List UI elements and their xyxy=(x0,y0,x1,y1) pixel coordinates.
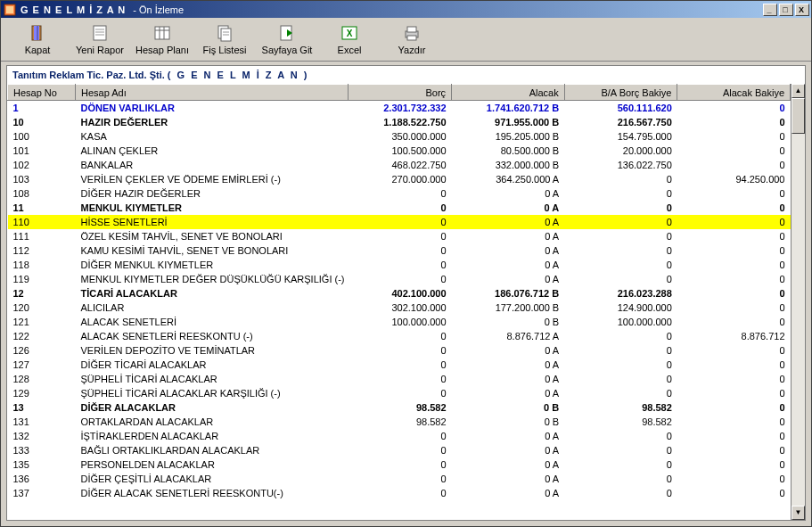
cell-alacak: 0 B xyxy=(452,415,565,429)
scroll-thumb[interactable] xyxy=(791,98,805,134)
cell-alacak: 0 A xyxy=(452,243,565,258)
cell-hesap-adi: DİĞER TİCARİ ALACAKLAR xyxy=(75,358,348,372)
col-alacak-bakiye[interactable]: Alacak Bakiye xyxy=(677,85,791,101)
vertical-scrollbar[interactable]: ▲ ▼ xyxy=(791,84,805,520)
cell-bakiye: 100.000.000 xyxy=(564,315,677,329)
cell-hesap-no: 13 xyxy=(8,400,76,415)
table-row[interactable]: 110HİSSE SENETLERİ00 A00 xyxy=(8,215,791,229)
table-row[interactable]: 111ÖZEL KESİM TAHVİL, SENET VE BONOLARI0… xyxy=(8,229,791,243)
kapat-button[interactable]: Kapat xyxy=(6,21,69,57)
fis-listesi-button[interactable]: Fiş Listesi xyxy=(193,21,256,57)
table-row[interactable]: 1DÖNEN VARLIKLAR2.301.732.3321.741.620.7… xyxy=(8,101,791,115)
cell-bakiye: 0 xyxy=(564,186,677,201)
table-row[interactable]: 119MENKUL KIYMETLER DEĞER DÜŞÜKLÜĞÜ KARŞ… xyxy=(8,272,791,286)
cell-hesap-adi: ALACAK SENETLERİ xyxy=(75,315,348,329)
col-hesap-no[interactable]: Hesap No xyxy=(8,85,76,101)
cell-alacak: 0 A xyxy=(452,272,565,286)
cell-alacak-bakiye: 0 xyxy=(677,101,791,115)
cell-hesap-no: 110 xyxy=(8,215,76,229)
cell-alacak-bakiye: 0 xyxy=(677,358,791,372)
cell-hesap-adi: MENKUL KIYMETLER xyxy=(75,201,348,215)
table-row[interactable]: 122ALACAK SENETLERİ REESKONTU (-)08.876.… xyxy=(8,329,791,343)
cell-alacak: 0 A xyxy=(452,386,565,400)
table-row[interactable]: 103VERİLEN ÇEKLER VE ÖDEME EMİRLERİ (-)2… xyxy=(8,172,791,186)
kapat-label: Kapat xyxy=(25,45,51,55)
scroll-track[interactable] xyxy=(791,98,805,506)
cell-borc: 0 xyxy=(349,243,452,258)
col-hesap-adi[interactable]: Hesap Adı xyxy=(75,85,348,101)
hesap-plani-button[interactable]: Hesap Planı xyxy=(131,21,193,57)
cell-bakiye: 0 xyxy=(564,472,677,486)
cell-hesap-adi: BAĞLI ORTAKLIKLARDAN ALACAKLAR xyxy=(75,443,348,457)
sayfaya-git-button[interactable]: Sayfaya Git xyxy=(256,21,318,57)
table-row[interactable]: 12TİCARİ ALACAKLAR402.100.000186.076.712… xyxy=(8,286,791,301)
cell-alacak-bakiye: 0 xyxy=(677,372,791,386)
table-row[interactable]: 120ALICILAR302.100.000177.200.000 B124.9… xyxy=(8,301,791,315)
table-row[interactable]: 136DİĞER ÇEŞİTLİ ALACAKLAR00 A00 xyxy=(8,472,791,486)
cell-alacak-bakiye: 0 xyxy=(677,258,791,272)
cell-hesap-adi: ORTAKLARDAN ALACAKLAR xyxy=(75,415,348,429)
table-row[interactable]: 137DİĞER ALACAK SENETLERİ REESKONTU(-)00… xyxy=(8,486,791,500)
table-row[interactable]: 102BANKALAR468.022.750332.000.000 B136.0… xyxy=(8,158,791,172)
col-alacak[interactable]: Alacak xyxy=(452,85,565,101)
col-ba-borc-bakiye[interactable]: B/A Borç Bakiye xyxy=(564,85,677,101)
cell-borc: 0 xyxy=(349,372,452,386)
table-row[interactable]: 128ŞÜPHELİ TİCARİ ALACAKLAR00 A00 xyxy=(8,372,791,386)
table-row[interactable]: 108DİĞER HAZIR DEĞERLER00 A00 xyxy=(8,186,791,201)
cell-borc: 302.100.000 xyxy=(349,301,452,315)
table-row[interactable]: 121ALACAK SENETLERİ100.000.0000 B100.000… xyxy=(8,315,791,329)
cell-hesap-no: 103 xyxy=(8,172,76,186)
table-row[interactable]: 133BAĞLI ORTAKLIKLARDAN ALACAKLAR00 A00 xyxy=(8,443,791,457)
table-row[interactable]: 100KASA350.000.000195.205.000 B154.795.0… xyxy=(8,129,791,144)
table-row[interactable]: 13DİĞER ALACAKLAR98.5820 B98.5820 xyxy=(8,400,791,415)
cell-alacak: 0 A xyxy=(452,443,565,457)
table-row[interactable]: 10HAZIR DEĞERLER1.188.522.750971.955.000… xyxy=(8,115,791,129)
table-row[interactable]: 129ŞÜPHELİ TİCARİ ALACAKLAR KARŞILIĞI (-… xyxy=(8,386,791,400)
table-row[interactable]: 11MENKUL KIYMETLER00 A00 xyxy=(8,201,791,215)
cell-alacak-bakiye: 0 xyxy=(677,286,791,301)
table-row[interactable]: 135PERSONELDEN ALACAKLAR00 A00 xyxy=(8,457,791,472)
cell-hesap-no: 112 xyxy=(8,243,76,258)
yeni-rapor-button[interactable]: Yeni Rapor xyxy=(69,21,131,57)
window: G E N E L M İ Z A N - Ön İzleme _ □ X Ka… xyxy=(0,0,812,527)
cell-alacak: 195.205.000 B xyxy=(452,129,565,144)
table-row[interactable]: 118DİĞER MENKUL KIYMETLER00 A00 xyxy=(8,258,791,272)
cell-bakiye: 0 xyxy=(564,429,677,443)
yazdir-button[interactable]: Yazdır xyxy=(381,21,443,57)
cell-bakiye: 154.795.000 xyxy=(564,129,677,144)
svg-rect-22 xyxy=(407,36,416,40)
cell-alacak: 364.250.000 A xyxy=(452,172,565,186)
column-headers: Hesap No Hesap Adı Borç Alacak B/A Borç … xyxy=(8,85,791,101)
cell-alacak-bakiye: 0 xyxy=(677,486,791,500)
col-borc[interactable]: Borç xyxy=(349,85,452,101)
maximize-button[interactable]: □ xyxy=(779,4,793,16)
svg-rect-3 xyxy=(34,26,39,40)
cell-alacak: 80.500.000 B xyxy=(452,144,565,158)
cell-alacak: 0 A xyxy=(452,372,565,386)
cell-alacak-bakiye: 94.250.000 xyxy=(677,172,791,186)
cell-hesap-adi: KASA xyxy=(75,129,348,144)
table-row[interactable]: 126VERİLEN DEPOZİTO VE TEMİNATLAR00 A00 xyxy=(8,343,791,358)
scroll-up-button[interactable]: ▲ xyxy=(791,84,805,98)
close-button[interactable]: X xyxy=(795,4,809,16)
table-row[interactable]: 112KAMU KESİMİ TAHVİL, SENET VE BONOLARI… xyxy=(8,243,791,258)
svg-rect-9 xyxy=(155,27,169,39)
cell-hesap-no: 120 xyxy=(8,301,76,315)
table-row[interactable]: 132İŞTİRAKLERDEN ALACAKLAR00 A00 xyxy=(8,429,791,443)
table-row[interactable]: 127DİĞER TİCARİ ALACAKLAR00 A00 xyxy=(8,358,791,372)
printer-icon xyxy=(402,23,422,43)
cell-alacak-bakiye: 0 xyxy=(677,301,791,315)
table-row[interactable]: 131ORTAKLARDAN ALACAKLAR98.5820 B98.5820 xyxy=(8,415,791,429)
cell-borc: 2.301.732.332 xyxy=(349,101,452,115)
minimize-button[interactable]: _ xyxy=(763,4,777,16)
cell-alacak: 971.955.000 B xyxy=(452,115,565,129)
cell-hesap-no: 111 xyxy=(8,229,76,243)
cell-hesap-adi: DÖNEN VARLIKLAR xyxy=(75,101,348,115)
scroll-down-button[interactable]: ▼ xyxy=(791,506,805,520)
cell-hesap-no: 100 xyxy=(8,129,76,144)
cell-alacak-bakiye: 0 xyxy=(677,415,791,429)
excel-button[interactable]: X Excel xyxy=(318,21,381,57)
cell-borc: 468.022.750 xyxy=(349,158,452,172)
table-row[interactable]: 101ALINAN ÇEKLER100.500.00080.500.000 B2… xyxy=(8,144,791,158)
cell-bakiye: 0 xyxy=(564,272,677,286)
